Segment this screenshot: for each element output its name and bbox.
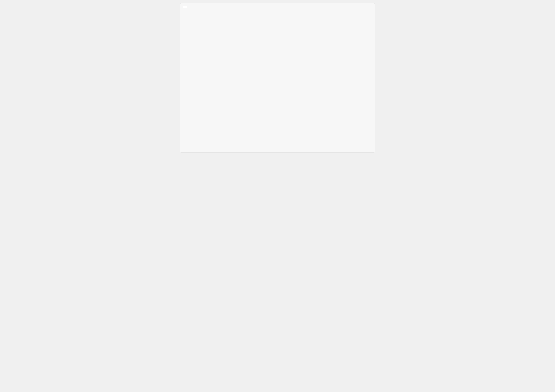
org-canvas: [184, 13, 371, 146]
main-window: [180, 3, 375, 152]
org-chart-container: [183, 13, 372, 149]
page-title: [183, 6, 187, 8]
